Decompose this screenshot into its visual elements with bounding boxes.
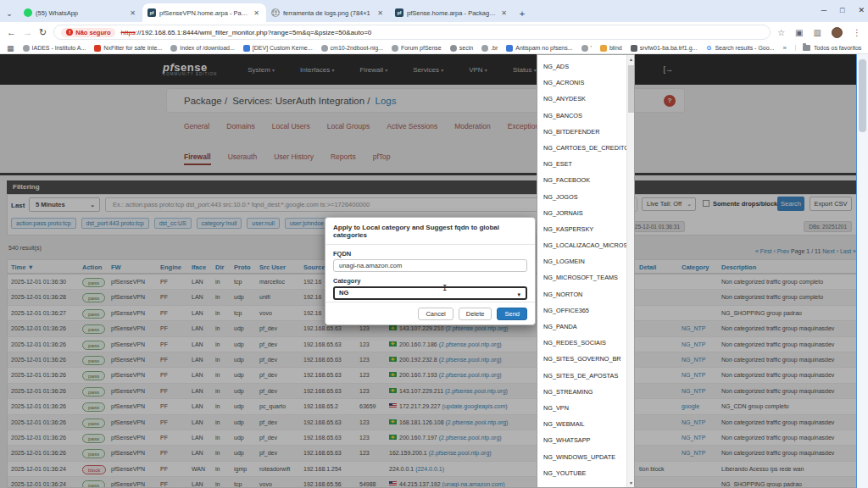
dropdown-option[interactable]: NG_WHATSAPP	[537, 432, 626, 448]
reload-icon[interactable]: ↻	[39, 27, 47, 38]
bookmark-item[interactable]: Index of /download...	[170, 45, 235, 52]
dropdown-scrollbar[interactable]: ▲ ▼	[626, 55, 634, 487]
bookmark-item[interactable]: blind	[600, 45, 622, 52]
forward-icon[interactable]: →	[23, 27, 32, 37]
bookmark-label: Forum pfSense	[401, 45, 442, 51]
bookmark-label: Index of /download...	[180, 45, 235, 51]
scroll-down-icon[interactable]: ▼	[627, 480, 635, 485]
category-modal: Apply to Local category and Suggest fqdn…	[325, 217, 536, 325]
chrome-menu-icon[interactable]: ⋮	[853, 28, 861, 37]
dropdown-option[interactable]: NG_BITDEFENDER	[537, 124, 626, 140]
bookmark-item[interactable]: Forum pfSense	[392, 45, 442, 52]
dropdown-option[interactable]: NG_JOGOS	[537, 189, 626, 205]
all-bookmarks-button[interactable]: Todos os favoritos	[795, 45, 861, 51]
cancel-button[interactable]: Cancel	[418, 308, 453, 320]
bookmark-item[interactable]: [DEV] Custom Kerne...	[243, 45, 313, 52]
dropdown-option[interactable]: NG_VPN	[537, 400, 626, 416]
new-tab-button[interactable]: +	[514, 5, 531, 22]
profile-avatar[interactable]	[832, 27, 843, 38]
bookmark-item[interactable]: secin	[450, 45, 473, 52]
dropdown-option[interactable]: NG_KASPERSKY	[537, 221, 626, 237]
dropdown-option[interactable]: NG_ANYDESK	[537, 91, 626, 107]
dropdown-option[interactable]: NG_JORNAIS	[537, 205, 626, 221]
dropdown-option[interactable]: NG_PANDA	[537, 319, 626, 335]
dropdown-option[interactable]: NG_MICROSOFT_TEAMS	[537, 269, 626, 286]
browser-tab[interactable]: pfpfSense.home.arpa - Package: f✕	[390, 3, 514, 22]
orange-favicon-icon	[600, 45, 607, 52]
bookmark-item[interactable]: Antispam no pfsens...	[506, 45, 572, 52]
bookmarks-overflow-icon[interactable]: »	[782, 44, 786, 52]
window-minimize-button[interactable]: ─	[821, 6, 826, 14]
fqdn-input[interactable]: unagi-na.amazon.com	[333, 259, 527, 272]
tab-close-icon[interactable]: ✕	[128, 9, 137, 17]
pfsense-favicon-icon: pf	[395, 8, 403, 17]
bookmark-item[interactable]: GSearch results - Goo...	[705, 45, 774, 52]
bookmark-item[interactable]: .br	[481, 45, 498, 52]
dropdown-option[interactable]: NG_SITES_GOVERNO_BR	[537, 351, 626, 367]
dropdown-option[interactable]: NG_ACRONIS	[537, 75, 626, 91]
apps-grid-icon[interactable]: ▦	[7, 44, 14, 53]
browser-addressbar: ← → ↻ ! Não seguro https://192.168.65.1:…	[0, 22, 868, 42]
dropdown-option[interactable]: NG_WINDOWS_UPDATE	[537, 449, 626, 465]
scroll-up-icon[interactable]: ▲	[627, 57, 635, 62]
dropdown-option[interactable]: NG_FACEBOOK	[537, 172, 626, 188]
bookmark-item[interactable]: srvfw01-ba.ba.trf1.g...	[631, 45, 698, 52]
google-favicon-icon: G	[705, 45, 712, 52]
bookmark-item[interactable]: IADES - Instituto A...	[23, 45, 86, 52]
browser-tab[interactable]: ferramenta de logs.png (784×1✕	[266, 3, 390, 22]
side-panel-icon[interactable]: ▥	[814, 28, 821, 37]
bookmark-label: Antispam no pfsens...	[515, 45, 572, 51]
dropdown-option[interactable]: NG_SITES_DE_APOSTAS	[537, 368, 626, 384]
dark-favicon-icon	[631, 45, 637, 52]
red-favicon-icon	[94, 45, 101, 52]
bookmarks-bar: ▦ IADES - Instituto A...NxFilter for saf…	[0, 42, 868, 54]
dropdown-option[interactable]: NG_LOCALIZACAO_MICROSOFT	[537, 237, 626, 253]
not-secure-badge[interactable]: ! Não seguro	[61, 28, 115, 37]
window-close-button[interactable]: ✕	[858, 6, 865, 14]
delete-button[interactable]: Delete	[459, 308, 492, 320]
tab-close-icon[interactable]: ✕	[376, 9, 385, 17]
bookmark-label: srvfw01-ba.ba.trf1.g...	[640, 45, 698, 51]
dropdown-option[interactable]: NG_OFFICE365	[537, 302, 626, 319]
dropdown-option[interactable]: NG_ADS	[537, 58, 626, 75]
blue-favicon-icon	[506, 45, 513, 52]
url-text: https://192.168.65.1:8444/wmi_filter_mon…	[120, 29, 371, 36]
browser-tab[interactable]: (55) WhatsApp✕	[19, 3, 142, 22]
url-field[interactable]: ! Não seguro https://192.168.65.1:8444/w…	[53, 25, 771, 40]
whatsapp-favicon-icon	[24, 8, 32, 17]
tab-title: pfSenseVPN.home.arpa - Packa	[159, 9, 248, 17]
tab-search-icon[interactable]: ⌄	[0, 5, 19, 22]
back-icon[interactable]: ←	[7, 27, 16, 37]
dropdown-option[interactable]: NG_YOUTUBE	[537, 465, 626, 481]
tab-close-icon[interactable]: ✕	[499, 9, 509, 17]
dropdown-scrollbar-thumb[interactable]	[628, 65, 634, 113]
extensions-icon[interactable]: ▣	[795, 28, 803, 37]
dropdown-option[interactable]: NG_WEBMAIL	[537, 416, 626, 432]
scrollbar-thumb[interactable]	[859, 59, 866, 132]
fqdn-label: FQDN	[333, 250, 527, 258]
bookmark-label: NxFilter for safe Inte...	[103, 45, 162, 51]
page-scrollbar[interactable]	[856, 54, 868, 488]
bookmark-item[interactable]: cm10-2ndboot-nig...	[321, 45, 383, 52]
modal-footer: Cancel Delete Send	[326, 302, 535, 324]
dropdown-option[interactable]: NG_LOGMEIN	[537, 253, 626, 269]
bookmark-star-icon[interactable]: ☆	[777, 28, 785, 37]
dropdown-option[interactable]: NG_BANCOS	[537, 108, 626, 124]
category-select[interactable]: NG▾	[333, 286, 527, 300]
dropdown-option[interactable]: NG_STREAMING	[537, 384, 626, 400]
send-button[interactable]: Send	[497, 308, 527, 320]
screen: ⌄ (55) WhatsApp✕pfpfSenseVPN.home.arpa -…	[0, 0, 868, 488]
dropdown-option[interactable]: NG_REDES_SOCIAIS	[537, 335, 626, 351]
browser-tabstrip: ⌄ (55) WhatsApp✕pfpfSenseVPN.home.arpa -…	[0, 0, 868, 22]
bookmark-label: cm10-2ndboot-nig...	[331, 45, 383, 51]
dropdown-option[interactable]: NG_NORTON	[537, 286, 626, 302]
bookmark-item[interactable]: NxFilter for safe Inte...	[94, 45, 162, 52]
window-maximize-button[interactable]: □	[840, 6, 844, 14]
tab-close-icon[interactable]: ✕	[252, 9, 261, 17]
modal-title: Apply to Local category and Suggest fqdn…	[326, 218, 535, 245]
browser-tab[interactable]: pfpfSenseVPN.home.arpa - Packa✕	[142, 3, 266, 22]
tab-title: (55) WhatsApp	[36, 9, 125, 17]
dropdown-option[interactable]: NG_ESET	[537, 156, 626, 172]
bookmark-item[interactable]: '	[581, 45, 592, 52]
dropdown-option[interactable]: NG_CARTOES_DE_CREDITO	[537, 140, 626, 156]
